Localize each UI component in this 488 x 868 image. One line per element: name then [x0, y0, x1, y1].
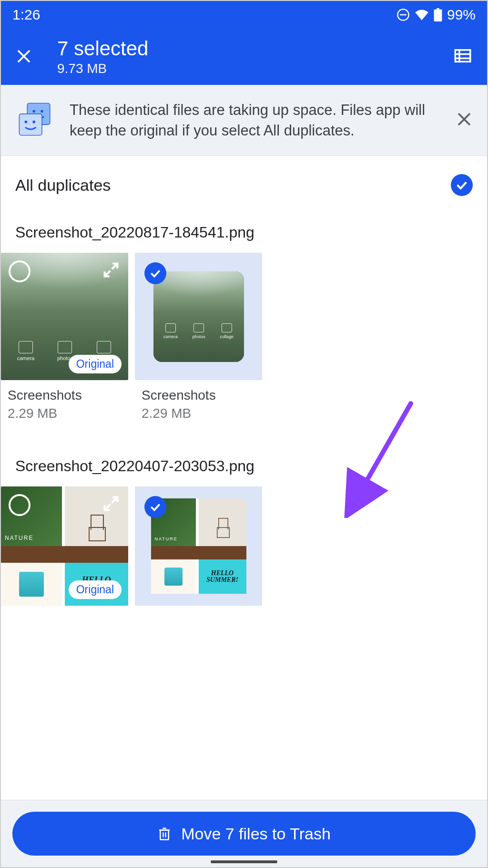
- svg-point-11: [32, 110, 35, 113]
- svg-rect-6: [455, 50, 470, 62]
- svg-point-14: [25, 121, 28, 124]
- all-duplicates-check-icon[interactable]: [451, 174, 473, 196]
- svg-rect-13: [19, 114, 42, 135]
- selection-count: 7 selected: [57, 37, 453, 60]
- status-time: 1:26: [12, 7, 40, 23]
- thumbnail[interactable]: HELLOSUMMER! Original: [1, 486, 128, 606]
- file-folder: Screenshots: [8, 388, 122, 403]
- selected-check-icon[interactable]: [144, 262, 166, 284]
- file-size: 2.29 MB: [8, 406, 122, 421]
- group-filename: Screenshot_20220817-184541.png: [1, 209, 487, 253]
- svg-rect-23: [160, 830, 169, 840]
- trash-icon: [157, 827, 172, 841]
- status-icons: 99%: [396, 7, 476, 23]
- original-badge: Original: [69, 355, 122, 373]
- file-item[interactable]: HELLOSUMMER! Original: [1, 486, 128, 606]
- close-icon[interactable]: [15, 44, 32, 70]
- nav-handle[interactable]: [211, 860, 277, 863]
- status-bar: 1:26 99%: [1, 1, 487, 29]
- expand-icon[interactable]: [102, 260, 121, 281]
- file-item[interactable]: camera photos collage Original Screensho…: [1, 253, 128, 421]
- wifi-icon: [415, 8, 429, 22]
- dnd-icon: [396, 8, 410, 21]
- thumbnail[interactable]: camera photos collage Original: [1, 253, 128, 380]
- info-banner: These identical files are taking up spac…: [1, 85, 487, 156]
- duplicate-group: Screenshot_20220407-203053.png HELLOSUMM…: [1, 443, 487, 606]
- app-bar: 7 selected 9.73 MB: [1, 29, 487, 85]
- battery-icon: [434, 8, 442, 21]
- title-block: 7 selected 9.73 MB: [57, 37, 453, 76]
- group-filename: Screenshot_20220407-203053.png: [1, 443, 487, 486]
- svg-point-15: [32, 121, 35, 124]
- duplicates-icon: [15, 99, 55, 141]
- list-view-icon[interactable]: [453, 46, 473, 68]
- move-to-trash-button[interactable]: Move 7 files to Trash: [12, 812, 476, 856]
- unselected-ring-icon[interactable]: [9, 494, 30, 516]
- trash-button-label: Move 7 files to Trash: [181, 825, 331, 843]
- all-duplicates-label: All duplicates: [15, 176, 111, 195]
- expand-icon[interactable]: [102, 494, 121, 515]
- thumbnail[interactable]: HELLOSUMMER!: [135, 486, 262, 606]
- banner-text: These identical files are taking up spac…: [70, 100, 446, 141]
- file-folder: Screenshots: [142, 388, 255, 403]
- file-item[interactable]: HELLOSUMMER!: [135, 486, 262, 606]
- original-badge: Original: [69, 580, 122, 599]
- thumbnail[interactable]: camera photos collage: [135, 253, 262, 380]
- file-size: 2.29 MB: [142, 406, 255, 421]
- svg-rect-3: [437, 8, 439, 10]
- all-duplicates-row[interactable]: All duplicates: [1, 156, 487, 209]
- selected-check-icon[interactable]: [144, 496, 166, 518]
- banner-close-icon[interactable]: [456, 111, 473, 130]
- selection-size: 9.73 MB: [57, 61, 453, 76]
- unselected-ring-icon[interactable]: [9, 260, 30, 282]
- file-item[interactable]: camera photos collage Screenshots 2.29 M…: [135, 253, 262, 421]
- svg-point-12: [41, 110, 43, 113]
- duplicate-group: Screenshot_20220817-184541.png camera ph…: [1, 209, 487, 421]
- battery-percent: 99%: [447, 7, 476, 23]
- svg-rect-2: [434, 10, 442, 21]
- bottom-bar: Move 7 files to Trash: [1, 800, 487, 867]
